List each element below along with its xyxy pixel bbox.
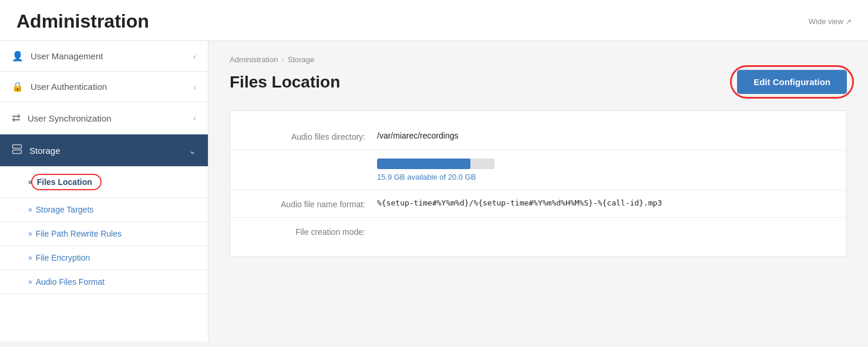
breadcrumb-parent[interactable]: Administration	[230, 55, 278, 64]
sidebar-label-storage: Storage	[29, 146, 60, 156]
audio-files-format-label: Audio Files Format	[36, 277, 105, 287]
storage-bar-wrap: 15.9 GB available of 20.0 GB	[377, 159, 494, 181]
info-section: Audio files directory: /var/miarec/recor…	[230, 110, 847, 257]
page-header: Administration Wide view ↗	[0, 0, 868, 41]
sidebar-item-user-management[interactable]: 👤 User Management ‹	[0, 41, 208, 72]
main-content: Administration › Storage Files Location …	[208, 41, 868, 341]
sub-chevron-icon: »	[28, 254, 32, 262]
storage-icon	[12, 144, 22, 157]
sidebar-item-user-synchronization[interactable]: ⇄ User Synchronization ‹	[0, 102, 208, 134]
storage-targets-label: Storage Targets	[36, 205, 94, 214]
sidebar: 👤 User Management ‹ 🔒 User Authenticatio…	[0, 41, 208, 341]
sidebar-subitem-file-encryption[interactable]: » File Encryption	[0, 246, 208, 270]
file-creation-mode-label: File creation mode:	[248, 226, 377, 237]
chevron-icon: ‹	[193, 113, 196, 123]
info-row-storage-bar: 15.9 GB available of 20.0 GB	[230, 150, 846, 190]
layout: 👤 User Management ‹ 🔒 User Authenticatio…	[0, 41, 868, 341]
sub-chevron-icon: »	[28, 230, 32, 238]
page-title: Administration	[16, 11, 149, 32]
sidebar-label-user-synchronization: User Synchronization	[28, 113, 112, 123]
edit-configuration-button[interactable]: Edit Configuration	[737, 70, 847, 94]
content-title: Files Location	[230, 73, 340, 92]
sidebar-subitem-audio-files-format[interactable]: » Audio Files Format	[0, 270, 208, 294]
audio-dir-value: /var/miarec/recordings	[377, 131, 459, 140]
file-encryption-label: File Encryption	[36, 253, 90, 262]
audio-name-format-value: %{setup-time#%Y%m%d}/%{setup-time#%Y%m%d…	[377, 198, 662, 207]
expand-icon: ↗	[846, 18, 852, 26]
sidebar-item-user-authentication[interactable]: 🔒 User Authentication ‹	[0, 72, 208, 102]
storage-bar-text: 15.9 GB available of 20.0 GB	[377, 173, 494, 181]
sidebar-label-user-management: User Management	[31, 51, 103, 61]
files-location-label: Files Location	[31, 174, 102, 190]
chevron-icon: ‹	[193, 52, 196, 61]
info-row-audio-dir: Audio files directory: /var/miarec/recor…	[230, 123, 846, 150]
chevron-icon: ‹	[193, 82, 196, 92]
file-path-rewrite-rules-label: File Path Rewrite Rules	[36, 229, 122, 238]
audio-dir-label: Audio files directory:	[248, 131, 377, 142]
breadcrumb-separator: ›	[281, 55, 284, 64]
content-header: Files Location Edit Configuration	[230, 70, 847, 94]
user-management-icon: 👤	[12, 50, 23, 62]
storage-bar	[377, 159, 494, 169]
sidebar-subitem-storage-targets[interactable]: » Storage Targets	[0, 198, 208, 222]
svg-rect-0	[13, 145, 22, 149]
storage-bar-label	[248, 159, 377, 160]
sidebar-subitem-files-location[interactable]: » Files Location	[0, 167, 208, 198]
svg-rect-1	[13, 150, 22, 154]
sidebar-item-storage[interactable]: Storage ⌄	[0, 134, 208, 167]
chevron-down-icon: ⌄	[189, 145, 196, 156]
sidebar-subitem-file-path-rewrite-rules[interactable]: » File Path Rewrite Rules	[0, 222, 208, 246]
info-row-audio-name-format: Audio file name format: %{setup-time#%Y%…	[230, 190, 846, 218]
sub-chevron-icon: »	[28, 278, 32, 286]
sub-chevron-icon: »	[28, 205, 32, 214]
wide-view-link[interactable]: Wide view ↗	[809, 17, 852, 26]
breadcrumb: Administration › Storage	[230, 55, 847, 64]
user-authentication-icon: 🔒	[12, 81, 23, 92]
breadcrumb-current: Storage	[288, 55, 315, 64]
user-sync-icon: ⇄	[12, 112, 21, 124]
sidebar-label-user-authentication: User Authentication	[31, 82, 107, 92]
audio-name-format-label: Audio file name format:	[248, 198, 377, 209]
info-row-file-creation-mode: File creation mode:	[230, 218, 846, 245]
storage-bar-fill	[377, 159, 470, 169]
